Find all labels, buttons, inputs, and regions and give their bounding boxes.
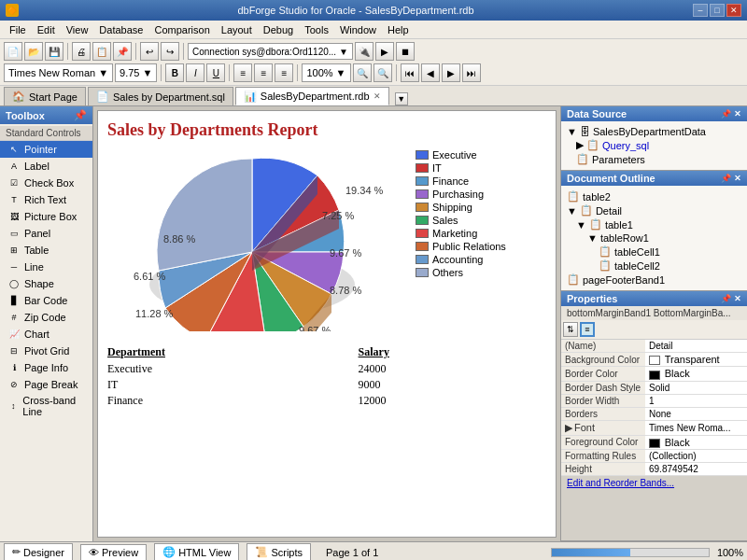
- toolbox-item-line[interactable]: ─ Line: [0, 259, 92, 275]
- menu-layout[interactable]: Layout: [216, 22, 258, 37]
- toolbox-item-crossband[interactable]: ↕ Cross-band Line: [0, 393, 92, 419]
- close-button[interactable]: ✕: [726, 4, 741, 17]
- tree-query-item[interactable]: ▶ 📋 Query_sql: [565, 138, 743, 152]
- status-bar: ✏ Designer 👁 Preview 🌐 HTML View 📜 Scrip…: [0, 541, 747, 560]
- minimize-button[interactable]: –: [693, 4, 708, 17]
- tab-close-button[interactable]: ✕: [374, 91, 381, 101]
- toolbox-item-richtext[interactable]: T Rich Text: [0, 191, 92, 208]
- legend-color-executive: [416, 150, 429, 160]
- outline-close-button[interactable]: ✕: [734, 174, 741, 183]
- font-family-dropdown[interactable]: Times New Roman ▼: [4, 63, 113, 82]
- toolbox-item-table[interactable]: ⊞ Table: [0, 242, 92, 259]
- align-right-button[interactable]: ≡: [275, 63, 293, 82]
- zoom-dropdown[interactable]: 100% ▼: [302, 63, 350, 82]
- tab-designer[interactable]: ✏ Designer: [4, 543, 73, 560]
- paste-button[interactable]: 📌: [113, 42, 132, 61]
- tab-start-page[interactable]: 🏠 Start Page: [4, 87, 86, 105]
- tab-html-view[interactable]: 🌐 HTML View: [154, 543, 239, 560]
- edit-reorder-link[interactable]: Edit and Reorder Bands...: [561, 476, 747, 490]
- nav-first-button[interactable]: ⏮: [401, 63, 419, 82]
- nav-last-button[interactable]: ⏭: [462, 63, 481, 82]
- tree-expand-icon: ▼: [567, 126, 577, 137]
- outline-icon-cell2: 📋: [599, 259, 612, 272]
- toolbox-item-pageinfo[interactable]: ℹ Page Info: [0, 359, 92, 376]
- col-header-dept: Department: [107, 345, 359, 361]
- toolbox-item-label[interactable]: A Label: [0, 158, 92, 175]
- maximize-button[interactable]: □: [710, 4, 725, 17]
- toolbox-item-chart[interactable]: 📈 Chart: [0, 326, 92, 343]
- properties-close-button[interactable]: ✕: [734, 294, 741, 303]
- outline-tablecell1[interactable]: 📋 tableCell1: [565, 245, 743, 259]
- report-area[interactable]: Sales by Departments Report: [97, 110, 557, 538]
- outline-tablerow1[interactable]: ▼ tableRow1: [565, 231, 743, 245]
- tab-sql[interactable]: 📄 Sales by Department.sql: [88, 87, 233, 105]
- open-button[interactable]: 📂: [24, 42, 43, 61]
- html-icon: 🌐: [162, 546, 176, 558]
- new-button[interactable]: 📄: [4, 42, 22, 61]
- tree-params-item[interactable]: 📋 Parameters: [565, 152, 743, 166]
- underline-button[interactable]: U: [206, 63, 225, 82]
- tab-dropdown-button[interactable]: ▼: [395, 92, 408, 105]
- datasource-close-button[interactable]: ✕: [734, 109, 741, 119]
- toolbox-item-zipcode[interactable]: # Zip Code: [0, 309, 92, 326]
- nav-prev-button[interactable]: ◀: [421, 63, 440, 82]
- connection-box[interactable]: Connection sys@dbora:Ord1120... ▼: [188, 43, 353, 60]
- menu-help[interactable]: Help: [382, 22, 415, 37]
- toolbox-item-pointer[interactable]: ↖ Pointer: [0, 141, 92, 158]
- toolbox-item-picturebox[interactable]: 🖼 Picture Box: [0, 208, 92, 225]
- outline-table1[interactable]: ▼ 📋 table1: [565, 217, 743, 231]
- outline-tablecell2[interactable]: 📋 tableCell2: [565, 259, 743, 273]
- outline-detail[interactable]: ▼ 📋 Detail: [565, 203, 743, 217]
- run-button[interactable]: ▶: [375, 42, 394, 61]
- align-left-button[interactable]: ≡: [233, 63, 252, 82]
- font-size-dropdown[interactable]: 9.75 ▼: [115, 63, 157, 82]
- undo-button[interactable]: ↩: [140, 42, 159, 61]
- outline-table2[interactable]: 📋 table2: [565, 189, 743, 203]
- stop-button[interactable]: ⏹: [396, 42, 415, 61]
- outline-pagefooter[interactable]: 📋 pageFooterBand1: [565, 273, 743, 287]
- props-category-button[interactable]: ≡: [580, 322, 595, 337]
- menu-file[interactable]: File: [4, 22, 32, 37]
- zoom-in-button[interactable]: 🔍: [353, 63, 372, 82]
- tree-root[interactable]: ▼ 🗄 SalesByDepartmentData: [565, 125, 743, 138]
- props-sort-button[interactable]: ⇅: [563, 322, 578, 337]
- copy-button[interactable]: 📋: [92, 42, 111, 61]
- italic-button[interactable]: I: [186, 63, 204, 82]
- connect-button[interactable]: 🔌: [355, 42, 374, 61]
- toolbox-item-shape[interactable]: ◯ Shape: [0, 275, 92, 292]
- properties-pin-button[interactable]: 📌: [721, 294, 731, 303]
- toolbox-item-barcode[interactable]: ▊ Bar Code: [0, 292, 92, 309]
- menu-comparison[interactable]: Comparison: [148, 22, 215, 37]
- zoom-out-button[interactable]: 🔍: [374, 63, 392, 82]
- zoom-slider[interactable]: [551, 548, 710, 557]
- print-button[interactable]: 🖨: [72, 42, 91, 61]
- tree-params-icon: 📋: [576, 153, 589, 165]
- outline-pin-button[interactable]: 📌: [721, 174, 731, 183]
- bordercolor-swatch: [649, 371, 660, 380]
- menu-view[interactable]: View: [61, 22, 94, 37]
- tab-rdb[interactable]: 📊 SalesByDepartment.rdb ✕: [235, 87, 389, 105]
- save-button[interactable]: 💾: [45, 42, 63, 61]
- toolbox-item-pagebreak[interactable]: ⊘ Page Break: [0, 376, 92, 393]
- menu-tools[interactable]: Tools: [299, 22, 334, 37]
- expand-icon[interactable]: ▶: [565, 422, 572, 434]
- redo-button[interactable]: ↪: [161, 42, 179, 61]
- toolbox-item-panel[interactable]: ▭ Panel: [0, 225, 92, 242]
- align-center-button[interactable]: ≡: [254, 63, 273, 82]
- tab-preview[interactable]: 👁 Preview: [80, 544, 147, 561]
- datasource-pin-button[interactable]: 📌: [721, 109, 731, 119]
- nav-next-button[interactable]: ▶: [442, 63, 460, 82]
- toolbox-item-pivotgrid[interactable]: ⊟ Pivot Grid: [0, 343, 92, 359]
- pie-chart[interactable]: 7.25 % 9.67 % 8.78 % 9.67 % 8.06 % 19.34…: [107, 149, 406, 336]
- tab-scripts[interactable]: 📜 Scripts: [247, 543, 311, 560]
- tree-query-table-icon: 📋: [586, 139, 599, 151]
- menu-database[interactable]: Database: [93, 22, 148, 37]
- menu-edit[interactable]: Edit: [32, 22, 61, 37]
- bold-button[interactable]: B: [165, 63, 184, 82]
- menu-debug[interactable]: Debug: [258, 22, 299, 37]
- toolbox-item-checkbox[interactable]: ☑ Check Box: [0, 175, 92, 191]
- tab-sql-icon: 📄: [96, 91, 109, 103]
- menu-window[interactable]: Window: [334, 22, 382, 37]
- toolbox-pin-button[interactable]: 📌: [74, 109, 87, 121]
- line-icon: ─: [7, 260, 21, 273]
